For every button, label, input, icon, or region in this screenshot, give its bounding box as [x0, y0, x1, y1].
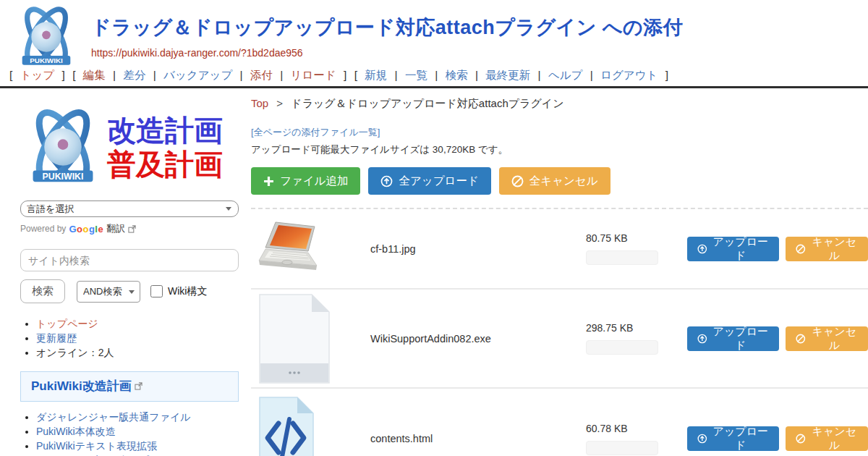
separator: |: [475, 69, 478, 81]
cancel-button[interactable]: キャンセル: [786, 426, 868, 451]
all-attachments-link[interactable]: [全ページの添付ファイル一覧]: [251, 126, 380, 139]
plus-icon: [263, 176, 274, 187]
file-row: contents.html 60.78 KB アップロード: [251, 387, 868, 456]
separator: |: [153, 69, 156, 81]
nav-item-diff[interactable]: 差分: [123, 69, 145, 81]
sidebar-item-update-history[interactable]: 更新履歴: [36, 332, 77, 344]
upload-button[interactable]: アップロード: [687, 237, 779, 261]
google-translate-attribution: Powered by Google 翻訳: [20, 222, 239, 235]
atom-logo-icon: PUKIWIKI: [13, 4, 80, 69]
search-button[interactable]: 検索: [20, 279, 65, 303]
site-search-input[interactable]: [20, 249, 239, 271]
nav-item-search[interactable]: 検索: [446, 69, 468, 81]
pukiwiki-logo[interactable]: PUKIWIKI: [13, 4, 80, 69]
upload-button[interactable]: アップロード: [687, 426, 779, 451]
sidebar-item-core-mods[interactable]: PukiWiki本体改造: [36, 426, 116, 437]
external-link-icon: [128, 225, 136, 233]
cancel-icon: [796, 243, 806, 255]
main-content: Top > ドラッグ＆ドロップアップロード対応attachプラグイン [全ページ…: [250, 88, 868, 454]
separator: |: [113, 69, 116, 81]
separator: |: [435, 69, 438, 81]
bracket: ]: [62, 69, 65, 81]
language-select-wrap: 言語を選択: [20, 200, 239, 217]
separator: |: [395, 69, 398, 81]
separator: |: [280, 69, 283, 81]
nav-item-recent[interactable]: 最終更新: [485, 69, 530, 81]
sidebar-item-common-files[interactable]: ダジャレンジャー版共通ファイル: [36, 411, 191, 423]
breadcrumb-separator: >: [276, 97, 283, 109]
upload-circle-icon: [697, 333, 707, 345]
svg-text:PUKIWIKI: PUKIWIKI: [30, 56, 63, 64]
sidebar-item-top-page[interactable]: トップページ: [36, 318, 98, 329]
online-users-count: オンライン：2人: [36, 347, 114, 358]
breadcrumb-home[interactable]: Top: [251, 97, 268, 109]
plugin-links-list: ダジャレンジャー版共通ファイル PukiWiki本体改造 PukiWikiテキス…: [36, 410, 246, 456]
bracket: ]: [344, 69, 346, 81]
banner-text-fukyuu: 普及計画: [107, 147, 223, 181]
file-name: cf-b11.jpg: [370, 243, 586, 255]
nav-item-reload[interactable]: リロード: [291, 69, 336, 81]
upload-circle-icon: [380, 175, 393, 187]
page-title: ドラッグ＆ドロップアップロード対応attachプラグイン への添付: [91, 14, 868, 41]
upload-all-button[interactable]: 全アップロード: [368, 167, 490, 195]
nav-item-attach[interactable]: 添付: [250, 69, 273, 81]
file-row: WikiSupportAddin082.exe 298.75 KB アップロード: [251, 288, 868, 387]
add-file-button[interactable]: ファイル追加: [251, 167, 360, 195]
file-row: cf-b11.jpg 80.75 KB アップロード: [251, 209, 868, 288]
upload-circle-icon: [697, 433, 707, 444]
banner-text-kaizou: 改造計画: [107, 113, 223, 147]
nav-item-new[interactable]: 新規: [365, 69, 387, 81]
project-box[interactable]: PukiWiki改造計画: [20, 371, 239, 402]
breadcrumb-current: ドラッグ＆ドロップアップロード対応attachプラグイン: [291, 97, 563, 109]
and-search-select[interactable]: AND検索: [77, 281, 140, 303]
nav-item-logout[interactable]: ログアウト: [600, 69, 658, 81]
bracket: ]: [665, 69, 668, 81]
generic-file-icon: [258, 293, 331, 384]
external-link-icon: [135, 382, 142, 390]
top-navbar: [ トップ ] [ 編集 | 差分 | バックアップ | 添付 | リロード ]…: [7, 68, 671, 83]
bracket: [: [9, 69, 12, 81]
upload-button[interactable]: アップロード: [687, 326, 779, 351]
file-name: contents.html: [370, 433, 586, 444]
wiki-syntax-checkbox[interactable]: [150, 285, 163, 297]
and-search-wrap: AND検索: [77, 281, 140, 303]
upload-toolbar: ファイル追加 全アップロード 全キャンセル: [251, 167, 868, 195]
max-upload-size-text: アップロード可能最大ファイルサイズは 30,720KB です。: [251, 143, 868, 156]
bracket: [: [72, 69, 75, 81]
page-header: PUKIWIKI ドラッグ＆ドロップアップロード対応attachプラグイン への…: [0, 0, 868, 88]
cancel-all-button[interactable]: 全キャンセル: [499, 167, 610, 195]
nav-item-edit[interactable]: 編集: [83, 69, 106, 81]
cancel-icon: [796, 333, 806, 345]
atom-logo-icon: PUKIWIKI: [20, 106, 106, 187]
upload-circle-icon: [697, 243, 707, 255]
upload-dropzone[interactable]: cf-b11.jpg 80.75 KB アップロード: [251, 208, 868, 456]
separator: |: [590, 69, 593, 81]
nav-item-help[interactable]: ヘルプ: [548, 69, 583, 81]
sidebar-banner[interactable]: PUKIWIKI 改造計画 普及計画: [20, 106, 239, 187]
project-box-link[interactable]: PukiWiki改造計画: [31, 379, 132, 393]
upload-progress-bar: [586, 441, 658, 455]
translate-link[interactable]: 翻訳: [106, 222, 125, 235]
cancel-icon: [511, 175, 524, 187]
google-logo: Google: [69, 224, 103, 235]
page-url: https://pukiwiki.dajya-ranger.com/?1bd2d…: [91, 47, 868, 59]
cancel-icon: [796, 433, 806, 444]
laptop-photo-thumbnail: [258, 220, 327, 278]
sidebar: PUKIWIKI 改造計画 普及計画 言語を選択 Powered by Goog…: [0, 88, 250, 454]
nav-item-backup[interactable]: バックアップ: [163, 69, 232, 81]
nav-item-list[interactable]: 一覧: [405, 69, 427, 81]
file-size: 60.78 KB: [586, 423, 674, 434]
cancel-button[interactable]: キャンセル: [786, 326, 868, 351]
bracket: [: [354, 69, 357, 81]
file-name: WikiSupportAddin082.exe: [370, 333, 586, 345]
sidebar-item-text-extension[interactable]: PukiWikiテキスト表現拡張: [36, 440, 157, 452]
powered-by-label: Powered by: [20, 224, 66, 234]
cancel-button[interactable]: キャンセル: [786, 237, 868, 261]
language-select[interactable]: 言語を選択: [20, 200, 239, 217]
svg-text:PUKIWIKI: PUKIWIKI: [43, 172, 84, 182]
html-file-icon: [258, 396, 315, 456]
wiki-syntax-label: Wiki構文: [168, 285, 207, 298]
breadcrumb: Top > ドラッグ＆ドロップアップロード対応attachプラグイン: [251, 97, 868, 111]
upload-progress-bar: [586, 340, 658, 355]
nav-item-top[interactable]: トップ: [20, 69, 55, 81]
